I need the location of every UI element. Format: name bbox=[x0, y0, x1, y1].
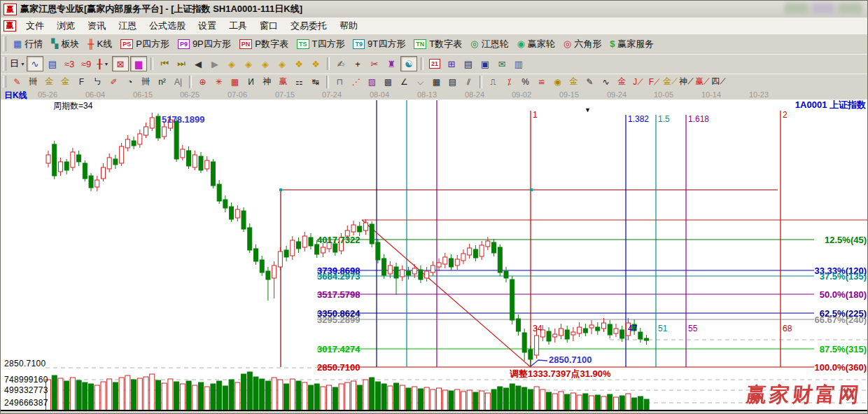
action-candle-style[interactable]: ╂▼ bbox=[95, 57, 111, 71]
draw-brush-2[interactable]: ✐ bbox=[106, 76, 121, 88]
action-gann-toolbox[interactable]: ☯ bbox=[400, 56, 417, 71]
draw-percent[interactable]: % bbox=[518, 76, 533, 88]
draw-circle-cross[interactable]: ⊕ bbox=[195, 76, 210, 88]
action-expand-h[interactable]: ◈ bbox=[258, 57, 273, 71]
draw-brush[interactable]: ✎ bbox=[10, 76, 24, 88]
action-compress-all[interactable]: ❖ bbox=[308, 57, 323, 71]
draw-dark-fan[interactable]: ▩ bbox=[381, 76, 396, 88]
draw-span-arrows[interactable]: ↹ bbox=[308, 76, 323, 88]
draw-purple-box[interactable]: ▨ bbox=[365, 76, 379, 88]
draw-fan-lines[interactable]: ⋰ bbox=[349, 76, 363, 88]
draw-angle-si[interactable]: 四⟋ bbox=[711, 76, 726, 88]
draw-grid-b[interactable]: ▤ bbox=[445, 76, 460, 88]
draw-gold-levels[interactable]: 金 bbox=[566, 76, 581, 88]
draw-pen-note[interactable]: ✎ bbox=[582, 76, 597, 88]
draw-f-grid[interactable]: F bbox=[74, 76, 89, 88]
menu-item-6[interactable]: 工具 bbox=[223, 18, 253, 34]
menu-item-5[interactable]: 设置 bbox=[192, 18, 223, 34]
mode-button-kline[interactable]: ╫K线 bbox=[83, 36, 116, 52]
draw-zigzag[interactable]: И bbox=[244, 76, 258, 88]
draw-angle-win[interactable]: 赢⟋ bbox=[695, 76, 710, 88]
action-last-page[interactable]: ⏭ bbox=[174, 57, 189, 71]
action-save[interactable]: ▣ bbox=[477, 57, 493, 71]
draw-red-grid[interactable]: ▦ bbox=[227, 76, 242, 88]
menu-item-0[interactable]: 文件 bbox=[20, 18, 50, 34]
mode-button-t-number-table[interactable]: TNT数字表 bbox=[410, 36, 466, 52]
draw-shen-grid[interactable]: 神 bbox=[260, 76, 274, 88]
draw-angle-gold[interactable]: 金⟋ bbox=[663, 76, 678, 88]
mode-button-p-number-table[interactable]: PNP数字表 bbox=[235, 36, 293, 52]
action-stamp[interactable]: ♜ bbox=[384, 57, 399, 71]
draw-a-line[interactable]: A| bbox=[171, 76, 186, 88]
mode-button-winner-wheel[interactable]: ◉赢家轮 bbox=[512, 36, 559, 52]
draw-hash-lines[interactable]: 卌 bbox=[139, 76, 153, 88]
chart-area[interactable]: 周期数=34 1A0001 上证指数 5178.1899 2850.7100 调… bbox=[1, 99, 868, 414]
draw-gold-grid-1[interactable]: 金 bbox=[42, 76, 57, 88]
draw-zigzag-wave[interactable]: ⌵ bbox=[413, 76, 428, 88]
draw-box-tool[interactable]: ⊓ bbox=[332, 76, 347, 88]
draw-angle-f[interactable]: F⟋ bbox=[647, 76, 662, 88]
draw-grid-lines[interactable]: 卌 bbox=[26, 76, 41, 88]
action-crosshair[interactable]: + bbox=[350, 57, 365, 71]
draw-gold-red[interactable]: 金 bbox=[615, 76, 629, 88]
draw-angle-shen[interactable]: 神⟋ bbox=[679, 76, 694, 88]
draw-n-square[interactable]: n² bbox=[155, 76, 169, 88]
action-prev[interactable]: ◀ bbox=[190, 57, 206, 71]
menu-item-3[interactable]: 江恩 bbox=[112, 18, 143, 34]
draw-parallel[interactable]: ⫽ bbox=[461, 76, 476, 88]
action-wave-9[interactable]: ≈9 bbox=[78, 57, 94, 71]
draw-gold-grid-2[interactable]: 金 bbox=[58, 76, 73, 88]
action-expand-all[interactable]: ❖ bbox=[291, 57, 307, 71]
menu-item-8[interactable]: 交易委托 bbox=[284, 18, 333, 34]
action-pattern-box[interactable]: ⊠ bbox=[112, 56, 129, 71]
action-first-page[interactable]: ⏮ bbox=[157, 57, 172, 71]
draw-price-scale[interactable]: ⎍ bbox=[486, 76, 500, 88]
action-mail[interactable]: ✉ bbox=[494, 57, 510, 71]
draw-spiral[interactable]: ㇉ bbox=[90, 76, 105, 88]
action-compress-h[interactable]: ◈ bbox=[274, 57, 290, 71]
menu-item-7[interactable]: 窗口 bbox=[253, 18, 284, 34]
draw-win-grid[interactable]: 赢 bbox=[276, 76, 290, 88]
action-info-panel[interactable]: ▤ bbox=[45, 57, 60, 71]
mode-button-gann-wheel[interactable]: ◎江恩轮 bbox=[466, 36, 512, 52]
mode-button-p-square[interactable]: PSP四方形 bbox=[116, 36, 174, 52]
draw-grid-a[interactable]: ▦ bbox=[429, 76, 444, 88]
menu-item-9[interactable]: 帮助 bbox=[333, 18, 364, 34]
action-calendar[interactable]: 21 bbox=[427, 57, 442, 71]
action-wave-3[interactable]: ≈3 bbox=[62, 57, 77, 71]
draw-angle-draw[interactable]: ∠ bbox=[397, 76, 412, 88]
menu-item-4[interactable]: 公式选股 bbox=[143, 18, 192, 34]
draw-gold-circle[interactable]: ◉ bbox=[550, 76, 565, 88]
menu-item-2[interactable]: 资讯 bbox=[81, 18, 112, 34]
menu-item-1[interactable]: 浏览 bbox=[50, 18, 81, 34]
mode-button-9t-square[interactable]: T99T四方形 bbox=[349, 36, 410, 52]
draw-wave-a[interactable]: ∿ bbox=[598, 76, 613, 88]
action-hand-drag[interactable]: ✍ bbox=[333, 57, 349, 71]
draw-angle-j[interactable]: J⟋ bbox=[631, 76, 645, 88]
action-print[interactable]: ▥ bbox=[511, 57, 526, 71]
action-notes[interactable]: ▤ bbox=[461, 57, 476, 71]
mode-button-winner-service[interactable]: $赢家服务 bbox=[606, 36, 658, 52]
action-calculator[interactable]: ⊞ bbox=[444, 57, 459, 71]
mode-button-9p-square[interactable]: P99P四方形 bbox=[174, 36, 235, 52]
draw-num-grid[interactable]: ⚏ bbox=[292, 76, 307, 88]
mode-button-sectors[interactable]: ▚板块 bbox=[47, 36, 83, 52]
mode-label: 行情 bbox=[24, 38, 43, 50]
mode-button-quotes[interactable]: ▦行情 bbox=[9, 36, 47, 52]
mode-button-t-square[interactable]: TST四方形 bbox=[293, 36, 349, 52]
mode-button-hexagon[interactable]: ◎六角形 bbox=[559, 36, 606, 52]
draw-pct-levels[interactable]: ≌ bbox=[534, 76, 549, 88]
action-erase[interactable]: ✂ bbox=[367, 57, 382, 71]
draw-pct-slash[interactable]: ⁒ bbox=[502, 76, 517, 88]
draw-star-rays[interactable]: ✳ bbox=[211, 76, 226, 88]
action-next[interactable]: ▶ bbox=[207, 57, 223, 71]
chart-canvas[interactable] bbox=[1, 99, 868, 414]
action-period-select[interactable]: 日▼ bbox=[10, 57, 25, 71]
action-color-histogram[interactable]: ▆ bbox=[130, 56, 147, 71]
action-zoom-trend[interactable]: ∿ bbox=[27, 56, 43, 71]
window-controls-blur[interactable] bbox=[785, 3, 862, 14]
action-shift-right[interactable]: ◈ bbox=[241, 57, 256, 71]
draw-time-circle[interactable]: ◔ bbox=[122, 76, 137, 88]
action-shift-left[interactable]: ◈ bbox=[224, 57, 239, 71]
mode-label: P数字表 bbox=[255, 38, 288, 50]
